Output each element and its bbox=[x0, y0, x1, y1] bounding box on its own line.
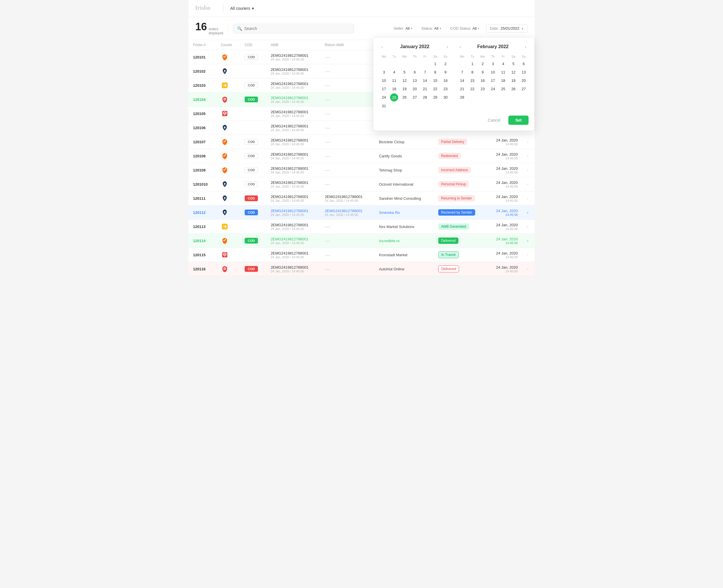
jan-day-7[interactable]: 7 bbox=[420, 68, 430, 76]
status-filter[interactable]: Status: All ▾ bbox=[419, 25, 443, 32]
feb-day-14[interactable]: 14 bbox=[457, 77, 467, 84]
feb-day-6[interactable]: 6 bbox=[519, 60, 528, 68]
jan-day-1[interactable]: 1 bbox=[430, 60, 440, 68]
feb-day-10[interactable]: 10 bbox=[488, 68, 498, 76]
feb-day-16[interactable]: 16 bbox=[478, 77, 487, 84]
jan-day-27[interactable]: 27 bbox=[410, 93, 420, 102]
search-input[interactable] bbox=[244, 26, 350, 31]
jan-day-15[interactable]: 15 bbox=[430, 77, 440, 84]
jan-day-14[interactable]: 14 bbox=[420, 77, 430, 84]
feb-day-18[interactable]: 18 bbox=[498, 77, 508, 84]
feb-day-22[interactable]: 22 bbox=[468, 85, 478, 93]
table-row[interactable]: 120112 COD 2EMG2419812788001 24 Jan, 202… bbox=[188, 206, 535, 219]
jan-day-9[interactable]: 9 bbox=[441, 68, 450, 76]
jan-day-30[interactable]: 30 bbox=[441, 93, 450, 102]
feb-day-7[interactable]: 7 bbox=[457, 68, 467, 76]
jan-day-23[interactable]: 23 bbox=[441, 85, 450, 93]
jan-day-11[interactable]: 11 bbox=[389, 77, 399, 84]
feb-day-19[interactable]: 19 bbox=[509, 77, 519, 84]
table-row[interactable]: 120107 COD 2EMG2419812788001 24 Jan, 202… bbox=[188, 135, 535, 149]
jan-day-16[interactable]: 16 bbox=[441, 77, 450, 84]
feb-day-15[interactable]: 15 bbox=[468, 77, 478, 84]
calendar-set-button[interactable]: Set bbox=[508, 115, 528, 125]
table-row[interactable]: 120109 COD 2EMG2419812788001 24 Jan, 202… bbox=[188, 163, 535, 177]
seller-filter[interactable]: Seller: All ▾ bbox=[391, 25, 414, 32]
feb-day-8[interactable]: 8 bbox=[468, 68, 478, 76]
jan-day-20[interactable]: 20 bbox=[410, 85, 420, 93]
search-box[interactable]: 🔍 bbox=[233, 24, 354, 34]
col-header-frisbo[interactable]: Frisbo # ↕ bbox=[188, 40, 216, 50]
feb-day-28[interactable]: 28 bbox=[457, 93, 467, 101]
jan-day-2[interactable]: 2 bbox=[441, 60, 450, 68]
jan-day-19[interactable]: 19 bbox=[400, 85, 409, 93]
row-chevron-icon[interactable]: › bbox=[527, 168, 528, 172]
cell-action[interactable]: › bbox=[522, 149, 535, 163]
table-row[interactable]: 120116 COD 2EMG2419812788001 24 Jan, 202… bbox=[188, 262, 535, 276]
feb-day-13[interactable]: 13 bbox=[519, 68, 528, 76]
jan-day-25[interactable]: 25 bbox=[390, 93, 398, 102]
cell-action[interactable]: › bbox=[522, 191, 535, 206]
feb-day-12[interactable]: 12 bbox=[509, 68, 519, 76]
table-row[interactable]: 120108 COD 2EMG2419812788001 24 Jan, 202… bbox=[188, 149, 535, 163]
jan-day-28[interactable]: 28 bbox=[420, 93, 430, 102]
feb-day-9[interactable]: 9 bbox=[478, 68, 487, 76]
cell-action[interactable]: › bbox=[522, 163, 535, 177]
feb-day-20[interactable]: 20 bbox=[519, 77, 528, 84]
row-chevron-icon[interactable]: › bbox=[527, 196, 528, 201]
date-filter[interactable]: Date: 25/01/2022 ▲ bbox=[486, 24, 528, 33]
feb-next-btn[interactable]: › bbox=[522, 43, 528, 50]
jan-prev-btn[interactable]: ‹ bbox=[379, 43, 385, 50]
row-chevron-icon[interactable]: › bbox=[527, 224, 528, 229]
jan-day-10[interactable]: 10 bbox=[379, 77, 389, 84]
table-row[interactable]: 120115 2EMG2419812788001 24 Jan, 2020 / … bbox=[188, 248, 535, 262]
cell-action[interactable]: › bbox=[522, 219, 535, 234]
cell-action[interactable]: › bbox=[522, 248, 535, 262]
feb-prev-btn[interactable]: ‹ bbox=[457, 43, 463, 50]
table-row[interactable]: 120114 COD 2EMG2419812788001 24 Jan, 202… bbox=[188, 234, 535, 248]
feb-day-1[interactable]: 1 bbox=[468, 60, 478, 68]
feb-day-25[interactable]: 25 bbox=[498, 85, 508, 93]
row-chevron-icon[interactable]: › bbox=[527, 267, 528, 271]
jan-day-18[interactable]: 18 bbox=[389, 85, 399, 93]
jan-day-3[interactable]: 3 bbox=[379, 68, 389, 76]
feb-day-5[interactable]: 5 bbox=[509, 60, 519, 68]
row-chevron-icon[interactable]: › bbox=[527, 140, 528, 144]
jan-day-5[interactable]: 5 bbox=[400, 68, 409, 76]
jan-day-6[interactable]: 6 bbox=[410, 68, 420, 76]
feb-day-23[interactable]: 23 bbox=[478, 85, 487, 93]
feb-day-26[interactable]: 26 bbox=[509, 85, 519, 93]
courier-selector[interactable]: All couriers ▾ bbox=[228, 5, 256, 12]
feb-day-21[interactable]: 21 bbox=[457, 85, 467, 93]
jan-day-12[interactable]: 12 bbox=[400, 77, 409, 84]
jan-day-4[interactable]: 4 bbox=[389, 68, 399, 76]
cell-action[interactable]: › bbox=[522, 135, 535, 149]
jan-day-8[interactable]: 8 bbox=[430, 68, 440, 76]
feb-day-17[interactable]: 17 bbox=[488, 77, 498, 84]
cell-action[interactable]: › bbox=[522, 177, 535, 191]
jan-day-21[interactable]: 21 bbox=[420, 85, 430, 93]
jan-day-17[interactable]: 17 bbox=[379, 85, 389, 93]
jan-day-24[interactable]: 24 bbox=[379, 93, 389, 102]
feb-day-27[interactable]: 27 bbox=[519, 85, 528, 93]
row-chevron-icon[interactable]: › bbox=[527, 154, 528, 158]
jan-day-22[interactable]: 22 bbox=[430, 85, 440, 93]
cell-action[interactable]: › bbox=[522, 234, 535, 248]
row-chevron-icon[interactable]: › bbox=[527, 210, 528, 215]
jan-day-29[interactable]: 29 bbox=[430, 93, 440, 102]
row-chevron-icon[interactable]: › bbox=[527, 238, 528, 243]
table-row[interactable]: 1201010 COD 2EMG2419812788001 24 Jan, 20… bbox=[188, 177, 535, 191]
cell-action[interactable]: › bbox=[522, 206, 535, 219]
jan-next-btn[interactable]: › bbox=[444, 43, 450, 50]
feb-day-2[interactable]: 2 bbox=[478, 60, 487, 68]
calendar-cancel-button[interactable]: Cancel bbox=[483, 115, 505, 125]
table-row[interactable]: 120111 COD 2EMG2419812788001 24 Jan, 202… bbox=[188, 191, 535, 206]
row-chevron-icon[interactable]: › bbox=[527, 182, 528, 187]
row-chevron-icon[interactable]: › bbox=[527, 252, 528, 257]
feb-day-11[interactable]: 11 bbox=[498, 68, 508, 76]
feb-day-24[interactable]: 24 bbox=[488, 85, 498, 93]
jan-day-13[interactable]: 13 bbox=[410, 77, 420, 84]
cell-action[interactable]: › bbox=[522, 262, 535, 276]
feb-day-3[interactable]: 3 bbox=[488, 60, 498, 68]
feb-day-4[interactable]: 4 bbox=[498, 60, 508, 68]
table-row[interactable]: 120113 2EMG2419812788001 24 Jan, 2020 / … bbox=[188, 219, 535, 234]
